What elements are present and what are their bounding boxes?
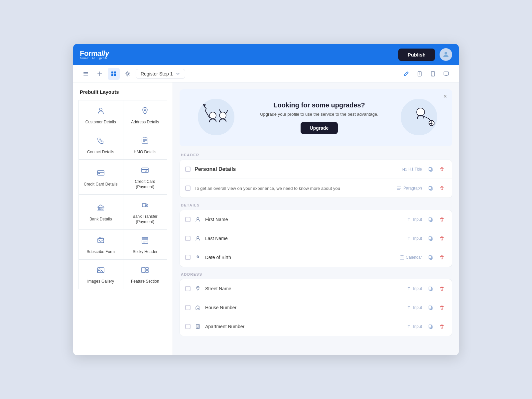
svg-point-29 (146, 171, 147, 172)
sidebar-item-images-gallery[interactable]: Images Gallery (78, 259, 123, 289)
toolbar: Register Step 1 (73, 65, 459, 82)
chevron-down-icon (176, 71, 180, 76)
trash-icon (439, 255, 445, 260)
personal-details-copy-btn[interactable] (426, 165, 435, 174)
first-name-checkbox[interactable] (185, 217, 191, 222)
desktop-view-btn[interactable] (440, 68, 452, 80)
svg-rect-36 (98, 238, 104, 243)
app-window: Formally build · to · grow Publish (73, 44, 459, 355)
step-selector[interactable]: Register Step 1 (136, 69, 185, 79)
sidebar-item-bank-transfer[interactable]: Bank Transfer (Payment) (123, 195, 168, 229)
svg-rect-30 (98, 207, 99, 210)
last-name-icon (195, 235, 201, 242)
svg-rect-44 (142, 267, 145, 273)
avatar[interactable] (440, 48, 452, 61)
sidebar-item-feature-section[interactable]: Feature Section (123, 259, 168, 289)
publish-button[interactable]: Publish (398, 49, 435, 61)
dob-delete-btn[interactable] (437, 253, 447, 262)
first-name-type: T Input (408, 217, 422, 222)
bank-icon (96, 203, 105, 213)
sidebar-item-bank-details[interactable]: Bank Details (78, 195, 123, 229)
details-section-card: First Name T Input (180, 210, 452, 267)
sidebar-item-contact-details[interactable]: Contact Details (78, 130, 123, 160)
description-copy-btn[interactable] (426, 184, 435, 193)
nav-right: Publish (398, 48, 452, 61)
banner-close-button[interactable]: × (443, 93, 447, 100)
hmo-icon (141, 136, 149, 146)
apartment-number-checkbox[interactable] (185, 324, 191, 329)
svg-text:H1: H1 (402, 168, 407, 172)
copy-icon (428, 167, 433, 172)
sidebar-item-address-details[interactable]: Address Details (123, 100, 168, 130)
personal-details-checkbox[interactable] (185, 167, 191, 172)
sidebar-item-subscribe-form[interactable]: Subscribe Form (78, 230, 123, 260)
list-icon (83, 71, 89, 77)
apartment-number-delete-btn[interactable] (437, 322, 447, 331)
first-name-delete-btn[interactable] (437, 215, 447, 224)
last-name-checkbox[interactable] (185, 236, 191, 241)
last-name-delete-btn[interactable] (437, 234, 447, 243)
grid-icon-btn[interactable] (108, 68, 120, 80)
tablet-view-btn[interactable] (427, 68, 439, 80)
dob-copy-btn[interactable] (426, 253, 435, 262)
personal-details-delete-btn[interactable] (437, 165, 447, 174)
list-icon-btn[interactable] (80, 68, 92, 80)
apartment-number-copy-btn[interactable] (426, 322, 435, 331)
personal-details-type: H1 H1 Title (402, 167, 422, 172)
house-icon (195, 305, 201, 311)
street-name-delete-btn[interactable] (437, 284, 447, 293)
first-name-copy-btn[interactable] (426, 215, 435, 224)
house-number-row: House Number T Input (180, 298, 452, 317)
last-name-copy-btn[interactable] (426, 234, 435, 243)
pencil-view-btn[interactable] (400, 68, 412, 80)
house-number-copy-btn[interactable] (426, 303, 435, 312)
svg-rect-1 (83, 72, 88, 73)
subscribe-icon (96, 236, 105, 246)
bank-transfer-icon (141, 201, 149, 211)
credit-card-payment-icon (141, 166, 149, 176)
sidebar-item-customer-details[interactable]: Customer Details (78, 100, 123, 130)
svg-rect-8 (111, 74, 113, 76)
description-delete-btn[interactable] (437, 184, 447, 193)
settings-icon-btn[interactable] (122, 68, 134, 80)
paragraph-icon (397, 186, 402, 191)
images-gallery-icon (96, 266, 105, 276)
house-number-checkbox[interactable] (185, 305, 191, 310)
sidebar-item-hmo-details[interactable]: HMO Details (123, 130, 168, 160)
input-t-icon: T (408, 324, 412, 329)
svg-rect-24 (97, 171, 104, 175)
sidebar-item-credit-card-payment[interactable]: Credit Card (Payment) (123, 160, 168, 195)
svg-rect-60 (429, 187, 432, 190)
apartment-number-row: Apartment Number T Input (180, 317, 452, 336)
house-number-delete-btn[interactable] (437, 303, 447, 312)
sidebar-item-credit-card-details[interactable]: Credit Card Details (78, 160, 123, 195)
doc-view-btn[interactable] (414, 68, 426, 80)
svg-rect-2 (83, 73, 88, 74)
header-section-label: HEADER (181, 153, 452, 157)
input-t-icon: T (408, 217, 412, 222)
street-name-checkbox[interactable] (185, 286, 191, 291)
street-name-type: T Input (408, 286, 422, 291)
house-number-label: House Number (205, 305, 404, 310)
plus-icon (97, 71, 103, 77)
description-checkbox[interactable] (185, 186, 191, 191)
street-name-row: Street Name T Input (180, 279, 452, 298)
toolbar-left: Register Step 1 (80, 68, 399, 80)
upgrade-banner: × (180, 89, 452, 146)
plus-icon-btn[interactable] (94, 68, 106, 80)
dob-checkbox[interactable] (185, 255, 191, 260)
sticky-header-label: Sticky Header (133, 249, 158, 255)
svg-text:T: T (408, 287, 410, 291)
svg-point-18 (99, 108, 102, 111)
customer-icon (96, 106, 105, 116)
images-gallery-label: Images Gallery (87, 279, 114, 284)
dob-actions (426, 253, 447, 262)
input-t-icon: T (408, 236, 412, 241)
svg-rect-78 (429, 287, 432, 290)
svg-rect-45 (146, 267, 148, 270)
sidebar-item-sticky-header[interactable]: Sticky Header (123, 230, 168, 260)
last-name-actions (426, 234, 447, 243)
street-name-copy-btn[interactable] (426, 284, 435, 293)
upgrade-button[interactable]: Upgrade (301, 122, 338, 134)
trash-icon (439, 305, 445, 310)
